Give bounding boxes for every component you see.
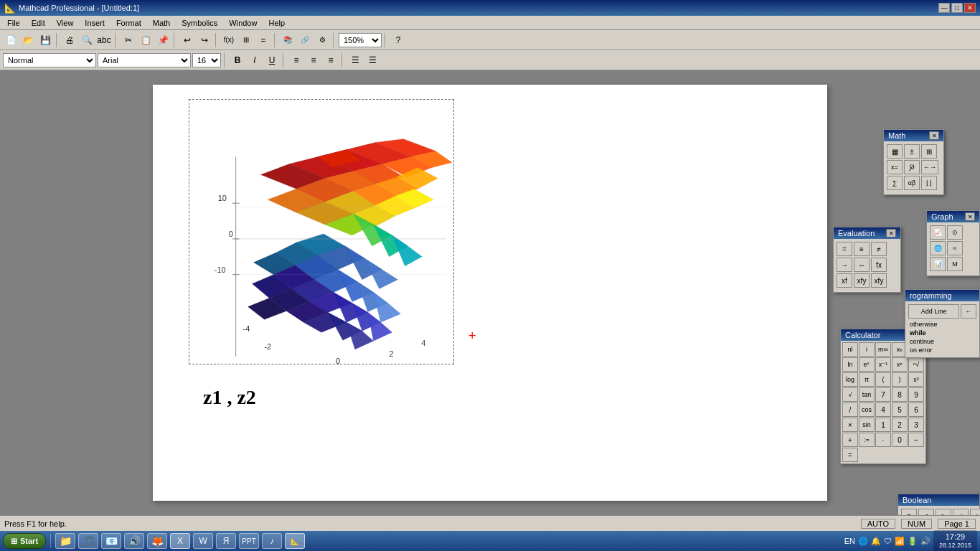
start-button[interactable]: ⊞ Start [3, 533, 46, 549]
paste-button[interactable]: 📌 [155, 32, 171, 48]
calc-lparen[interactable]: ( [875, 372, 891, 387]
calc-assign[interactable]: := [859, 433, 875, 447]
graph-contour[interactable]: ≈ [947, 241, 963, 255]
taskbar-music2[interactable]: ♪ [262, 533, 282, 549]
bool-panel-title[interactable]: Boolean [898, 494, 979, 506]
calc-mul[interactable]: × [842, 418, 858, 432]
menu-help[interactable]: Help [263, 17, 291, 29]
calc-8[interactable]: 8 [892, 387, 908, 402]
size-select[interactable]: 16 [192, 53, 221, 67]
taskbar-yandex[interactable]: Я [216, 533, 236, 549]
resource-btn[interactable]: 📚 [280, 32, 296, 48]
canvas-area[interactable]: 0 -10 10 -4 -2 0 2 4 [0, 70, 980, 531]
math-graph-btn[interactable]: ± [904, 144, 920, 159]
math-calculus-btn[interactable]: ∫∂ [904, 160, 920, 174]
menu-math[interactable]: Math [147, 17, 176, 29]
taskbar-mail[interactable]: 📧 [101, 533, 121, 549]
prog-panel-title[interactable]: rogramming [905, 290, 979, 301]
taskbar-explorer[interactable]: 📁 [55, 533, 75, 549]
open-button[interactable]: 📂 [20, 32, 36, 48]
eval-deq[interactable]: ≡ [854, 242, 870, 256]
undo-button[interactable]: ↩ [179, 32, 195, 48]
eval-panel-close[interactable]: ✕ [886, 229, 896, 237]
calc-5[interactable]: 5 [892, 402, 908, 417]
new-button[interactable]: 📄 [3, 32, 19, 48]
maximize-button[interactable]: □ [951, 3, 963, 13]
calc-ln[interactable]: ln [842, 357, 858, 372]
bullets[interactable]: ☰ [347, 52, 363, 68]
eval-panel-title[interactable]: Evaluation ✕ [834, 227, 900, 239]
eval-fx[interactable]: fx [871, 258, 887, 272]
align-right[interactable]: ≡ [323, 52, 339, 68]
calc-div[interactable]: / [842, 402, 858, 417]
italic-button[interactable]: I [247, 52, 263, 68]
3d-plot[interactable]: 0 -10 10 -4 -2 0 2 4 [189, 99, 454, 364]
copy-button[interactable]: 📋 [138, 32, 154, 48]
math-matrix-btn[interactable]: ⊞ [921, 144, 937, 159]
menu-insert[interactable]: Insert [79, 17, 110, 29]
menu-window[interactable]: Window [223, 17, 263, 29]
calc-xinv[interactable]: x⁻¹ [875, 357, 891, 372]
underline-button[interactable]: U [264, 52, 280, 68]
menu-symbolics[interactable]: Symbolics [176, 17, 223, 29]
bold-button[interactable]: B [230, 52, 245, 68]
eval-neq[interactable]: ≠ [871, 242, 887, 256]
menu-file[interactable]: File [1, 17, 26, 29]
align-left[interactable]: ≡ [288, 52, 304, 68]
math-greek-btn[interactable]: αβ [904, 176, 920, 190]
taskbar-word[interactable]: W [193, 533, 213, 549]
collab-btn[interactable]: 🔗 [297, 32, 313, 48]
calc-nroot[interactable]: ⁿ√ [908, 357, 924, 372]
cut-button[interactable]: ✂ [121, 32, 136, 48]
taskbar-volume[interactable]: 🔊 [124, 533, 144, 549]
graph-m[interactable]: M [947, 257, 963, 271]
numbering[interactable]: ☰ [364, 52, 380, 68]
font-select[interactable]: Arial [98, 53, 191, 67]
menu-edit[interactable]: Edit [26, 17, 51, 29]
format-btn[interactable]: ⚙ [314, 32, 330, 48]
calc-minf[interactable]: m∞ [875, 342, 891, 357]
calc-cos[interactable]: cos [859, 402, 875, 417]
graph-panel-close[interactable]: ✕ [965, 212, 975, 221]
menu-view[interactable]: View [51, 17, 80, 29]
eval-xfy[interactable]: xfy [854, 273, 870, 288]
menu-format[interactable]: Format [110, 17, 147, 29]
insert-eq-button[interactable]: f(x) [221, 32, 237, 48]
prog-larr[interactable]: ← [961, 304, 976, 319]
eval-eq[interactable]: = [837, 242, 852, 256]
minimize-button[interactable]: — [938, 3, 950, 13]
graph-panel-title[interactable]: Graph ✕ [927, 211, 979, 222]
calc-4[interactable]: 4 [875, 402, 891, 417]
calc-ex[interactable]: eˣ [859, 357, 875, 372]
taskbar-ppt[interactable]: PPT [239, 533, 259, 549]
calc-rparen[interactable]: ) [892, 372, 908, 387]
save-button[interactable]: 💾 [37, 32, 53, 48]
zoom-select[interactable]: 50% 75% 100% 125% 150% 200% [339, 33, 382, 47]
math-bool-btn[interactable]: ←→ [921, 160, 938, 174]
calc-2[interactable]: 2 [892, 418, 908, 432]
prog-while[interactable]: while [908, 329, 976, 337]
calc-6[interactable]: 6 [908, 402, 924, 417]
style-select[interactable]: Normal [3, 53, 96, 67]
math-prog-btn[interactable]: ∑ [887, 176, 903, 190]
calc-plus[interactable]: + [842, 433, 858, 447]
math-panel-close[interactable]: ✕ [929, 131, 939, 140]
calc-xpow[interactable]: xⁿ [892, 357, 908, 372]
eq-button[interactable]: = [255, 32, 271, 48]
math-panel-title[interactable]: Math ✕ [884, 130, 943, 141]
eval-xf[interactable]: xf [837, 273, 852, 288]
calc-nl[interactable]: nl [842, 342, 858, 357]
calc-log[interactable]: log [842, 372, 858, 387]
graph-3d[interactable]: 🌐 [930, 241, 946, 255]
taskbar-media[interactable]: 🎵 [78, 533, 98, 549]
calc-3[interactable]: 3 [908, 418, 924, 432]
calc-0[interactable]: 0 [892, 433, 908, 447]
taskbar-firefox[interactable]: 🦊 [147, 533, 167, 549]
calc-sqrt[interactable]: √ [842, 387, 858, 402]
calc-i[interactable]: i [859, 342, 875, 357]
math-eval-btn[interactable]: x= [887, 160, 903, 174]
eval-rarr[interactable]: → [837, 258, 852, 272]
calc-eq[interactable]: = [842, 448, 858, 462]
print-button[interactable]: 🖨 [62, 32, 77, 48]
calc-dot[interactable]: · [875, 433, 891, 447]
